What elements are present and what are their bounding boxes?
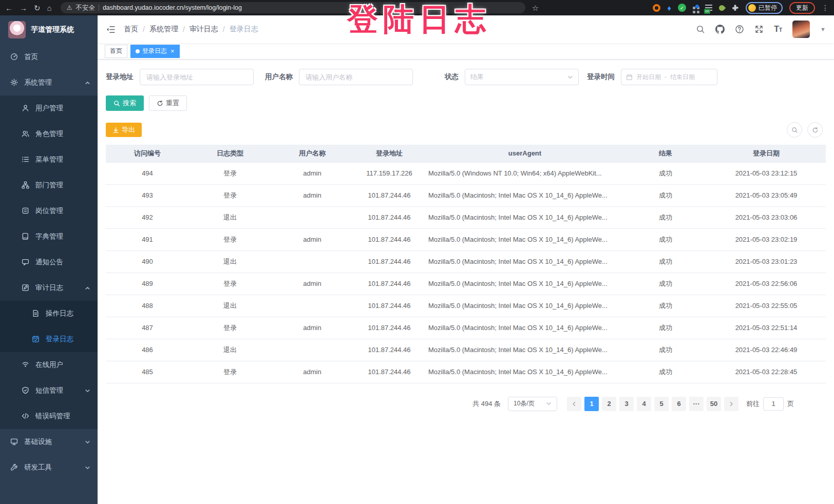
- table-row[interactable]: 486退出101.87.244.46Mozilla/5.0 (Macintosh…: [106, 339, 826, 361]
- table-row[interactable]: 488退出101.87.244.46Mozilla/5.0 (Macintosh…: [106, 295, 826, 317]
- page-button-1[interactable]: 1: [584, 397, 599, 411]
- app-logo[interactable]: 芋道管理系统: [0, 15, 98, 44]
- sidebar-item-home[interactable]: 首页: [0, 44, 98, 70]
- pager-ellipsis[interactable]: ···: [689, 397, 704, 411]
- extension-list-icon[interactable]: on: [705, 5, 712, 11]
- bookmark-star-icon[interactable]: ☆: [532, 4, 539, 12]
- extensions-puzzle-icon[interactable]: [731, 4, 739, 12]
- login-address-input[interactable]: [140, 69, 254, 85]
- sidebar-item-dev-tools[interactable]: 研发工具: [0, 455, 98, 480]
- tab-home[interactable]: 首页: [105, 45, 127, 58]
- page-button-50[interactable]: 50: [707, 397, 721, 411]
- browser-forward-icon[interactable]: →: [20, 4, 27, 12]
- chevron-down-icon[interactable]: ▼: [820, 26, 826, 32]
- not-secure-label[interactable]: 不安全: [75, 4, 95, 12]
- search-icon[interactable]: [696, 25, 705, 34]
- browser-home-icon[interactable]: ⌂: [47, 4, 52, 12]
- table-header-row: 访问编号日志类型用户名称登录地址userAgent结果登录日期: [106, 145, 826, 162]
- profile-paused-label: 已暂停: [759, 4, 777, 12]
- table-row[interactable]: 489登录admin101.87.244.46Mozilla/5.0 (Maci…: [106, 273, 826, 295]
- sidebar-item-error-code-management[interactable]: 错误码管理: [0, 403, 98, 429]
- docs-question-icon[interactable]: [735, 25, 744, 34]
- extension-grid-icon[interactable]: [693, 7, 695, 9]
- extension-ring-icon[interactable]: [653, 4, 660, 12]
- table-row[interactable]: 492退出101.87.244.46Mozilla/5.0 (Macintosh…: [106, 206, 826, 228]
- login-time-range-picker[interactable]: 开始日期 - 结束日期: [621, 69, 717, 85]
- sidebar-item-sms-management[interactable]: 短信管理: [0, 378, 98, 403]
- tab-login-log[interactable]: 登录日志 ×: [130, 45, 180, 58]
- cell-id: 491: [106, 228, 189, 250]
- sidebar-item-infrastructure[interactable]: 基础设施: [0, 429, 98, 455]
- extension-leaf-icon[interactable]: [718, 4, 726, 12]
- browser-reload-icon[interactable]: ↻: [34, 4, 41, 12]
- total-count: 共 494 条: [472, 399, 501, 409]
- dictionary-icon: [22, 232, 30, 241]
- search-button[interactable]: 搜索: [106, 95, 144, 111]
- login-address-label: 登录地址: [106, 72, 134, 82]
- cell-username: [271, 250, 353, 273]
- refresh-table-button[interactable]: [807, 122, 823, 138]
- browser-profile-chip[interactable]: 已暂停: [746, 2, 783, 14]
- cell-ip: 101.87.244.46: [353, 339, 425, 361]
- sidebar-item-post-management[interactable]: 岗位管理: [0, 198, 98, 224]
- sidebar-item-dict-management[interactable]: 字典管理: [0, 224, 98, 249]
- column-header-ip: 登录地址: [353, 145, 425, 162]
- table-row[interactable]: 490退出101.87.244.46Mozilla/5.0 (Macintosh…: [106, 250, 826, 273]
- page-button-4[interactable]: 4: [637, 397, 651, 411]
- breadcrumb-audit-log[interactable]: 审计日志: [189, 25, 218, 34]
- github-icon[interactable]: [715, 25, 725, 34]
- table-row[interactable]: 493登录admin101.87.244.46Mozilla/5.0 (Maci…: [106, 184, 826, 206]
- status-select[interactable]: 结果: [465, 69, 579, 85]
- login-log-icon: [32, 335, 40, 343]
- browser-back-icon[interactable]: ←: [5, 4, 13, 12]
- close-icon[interactable]: ×: [170, 47, 175, 55]
- cell-date: 2021-05-03 23:01:23: [707, 250, 826, 273]
- audit-log-icon: [22, 284, 30, 292]
- fullscreen-icon[interactable]: [754, 25, 764, 34]
- next-page-button[interactable]: [724, 397, 738, 411]
- column-header-user-agent: userAgent: [425, 145, 624, 162]
- export-button[interactable]: 导出: [106, 123, 142, 137]
- table-row[interactable]: 485登录admin101.87.244.46Mozilla/5.0 (Maci…: [106, 361, 826, 383]
- page-button-3[interactable]: 3: [619, 397, 634, 411]
- extension-diamond-icon[interactable]: ♦: [667, 4, 671, 12]
- page-button-5[interactable]: 5: [654, 397, 669, 411]
- sidebar-item-dept-management[interactable]: 部门管理: [0, 172, 98, 198]
- table-row[interactable]: 494登录admin117.159.17.226Mozilla/5.0 (Win…: [106, 162, 826, 184]
- table-row[interactable]: 487登录admin101.87.244.46Mozilla/5.0 (Maci…: [106, 317, 826, 339]
- breadcrumb-home[interactable]: 首页: [124, 25, 138, 34]
- sidebar-item-menu-management[interactable]: 菜单管理: [0, 147, 98, 172]
- sidebar-item-system-management[interactable]: 系统管理: [0, 70, 98, 95]
- prev-page-button[interactable]: [567, 397, 581, 411]
- page-button-6[interactable]: 6: [672, 397, 686, 411]
- extension-check-icon[interactable]: ✓: [678, 4, 686, 12]
- username-input[interactable]: [299, 69, 413, 85]
- breadcrumb-system[interactable]: 系统管理: [149, 25, 178, 34]
- sidebar-item-notice[interactable]: 通知公告: [0, 249, 98, 275]
- toggle-search-button[interactable]: [787, 122, 802, 138]
- page-size-select[interactable]: 10条/页: [508, 397, 557, 411]
- page-button-2[interactable]: 2: [602, 397, 616, 411]
- goto-page-input[interactable]: [763, 397, 784, 411]
- sidebar-item-user-management[interactable]: 用户管理: [0, 95, 98, 121]
- sidebar-collapse-button[interactable]: [106, 25, 116, 34]
- browser-update-button[interactable]: 更新: [789, 2, 815, 14]
- url-text[interactable]: dashboard.yudao.iocoder.cn/system/log/lo…: [103, 4, 242, 11]
- sidebar-item-role-management[interactable]: 角色管理: [0, 121, 98, 147]
- sidebar-item-audit-log[interactable]: 审计日志: [0, 275, 98, 301]
- sidebar-item-label: 系统管理: [24, 78, 52, 87]
- screen: ← → ↻ ⌂ ⚠ 不安全 dashboard.yudao.iocoder.cn…: [0, 0, 834, 504]
- browser-menu-kebab-icon[interactable]: ⋮: [822, 4, 829, 11]
- table-row[interactable]: 491登录admin101.87.244.46Mozilla/5.0 (Maci…: [106, 228, 826, 250]
- sidebar-item-online-users[interactable]: 在线用户: [0, 352, 98, 378]
- cell-type: 登录: [189, 228, 271, 250]
- font-size-icon[interactable]: TT: [774, 25, 782, 34]
- cell-user-agent: Mozilla/5.0 (Macintosh; Intel Mac OS X 1…: [425, 317, 624, 339]
- sidebar-item-operation-log[interactable]: 操作日志: [0, 301, 98, 326]
- sms-shield-icon: [22, 386, 30, 395]
- user-avatar[interactable]: [792, 21, 810, 38]
- reset-button[interactable]: 重置: [149, 95, 187, 111]
- cell-id: 493: [106, 184, 189, 206]
- sidebar-item-login-log[interactable]: 登录日志: [0, 326, 98, 352]
- cell-id: 486: [106, 339, 189, 361]
